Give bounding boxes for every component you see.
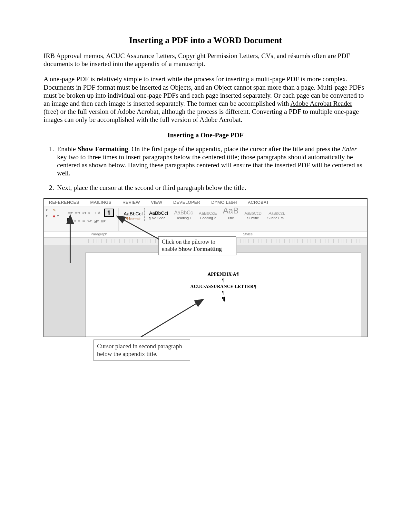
style-option[interactable]: AaBTitle: [221, 208, 240, 220]
numbering-icon[interactable]: ≕▾: [75, 211, 80, 215]
callout1-line2b: Show Formatting: [178, 246, 222, 252]
ribbon-tab[interactable]: REFERENCES: [49, 200, 79, 205]
align-center-icon[interactable]: ≡: [74, 219, 76, 223]
pilcrow-mark: ¶: [86, 278, 361, 284]
sort-icon[interactable]: A↓: [98, 211, 102, 215]
ribbon-tab[interactable]: DYMO Label: [211, 200, 237, 205]
callout1-line2a: enable: [162, 246, 178, 252]
paragraph-group-label: Paragraph: [60, 232, 138, 236]
style-option[interactable]: AaBbCcI¶ Normal: [122, 208, 145, 221]
step-1: Enable Show Formatting. On the first pag…: [56, 145, 367, 178]
bullets-icon[interactable]: ≔▾: [67, 211, 73, 215]
ribbon-tab[interactable]: VIEW: [151, 200, 162, 205]
appendix-subheading: ACUC·ASSURANCE·LETTER¶: [86, 284, 361, 290]
decrease-indent-icon[interactable]: ⇤: [88, 211, 91, 215]
align-right-icon[interactable]: ≡: [78, 219, 80, 223]
ribbon-tab[interactable]: ACROBAT: [248, 200, 269, 205]
ribbon-tabs: REFERENCESMAILINGSREVIEWVIEWDEVELOPERDYM…: [44, 199, 367, 206]
ribbon-tab[interactable]: MAILINGS: [90, 200, 112, 205]
subheading: Inserting a One-Page PDF: [44, 131, 367, 139]
ribbon-tab[interactable]: DEVELOPER: [173, 200, 201, 205]
pilcrow-mark: ¶: [86, 290, 361, 296]
ribbon: ▾✎ ▾A▾ ≔▾ ≕▾ ≡▾ ⇤ ⇥ A↓ ¶ ≡: [44, 206, 367, 232]
intro-para-1: IRB Approval memos, ACUC Assurance Lette…: [44, 52, 367, 68]
show-formatting-button[interactable]: ¶: [104, 209, 114, 217]
ribbon-tab[interactable]: REVIEW: [122, 200, 140, 205]
styles-group-label: Styles: [138, 232, 367, 236]
style-option[interactable]: AaBbCcI¶ No Spac...: [147, 208, 170, 220]
callout1-line1: Click on the pilcrow to: [162, 239, 215, 245]
justify-icon[interactable]: ≣: [82, 219, 85, 223]
page-title: Inserting a PDF into a WORD Document: [44, 35, 367, 45]
callout-cursor: Cursor placed in second paragraph below …: [93, 340, 190, 361]
borders-icon[interactable]: ⊞▾: [101, 219, 106, 223]
paragraph-group: ≔▾ ≕▾ ≡▾ ⇤ ⇥ A↓ ¶ ≡ ≡ ≡ ≣: [65, 208, 118, 231]
text-cursor: [224, 297, 225, 301]
step1-lead: Enable: [57, 145, 78, 153]
step1-rest: . On the first page of the appendix, pla…: [128, 145, 342, 153]
increase-indent-icon[interactable]: ⇥: [93, 211, 96, 215]
align-left-icon[interactable]: ≡: [69, 219, 71, 223]
callout-pilcrow: Click on the pilcrow to enable Show Form…: [158, 236, 236, 255]
shading-icon[interactable]: ◪▾: [94, 219, 99, 223]
intro-para-2: A one-page PDF is relatively simple to i…: [44, 75, 367, 124]
para2-post: (free) or the full version of Adobe Acro…: [44, 108, 359, 123]
step1-italic: Enter: [342, 145, 357, 153]
appendix-heading: APPENDIX·A¶: [86, 271, 361, 278]
step1-rest2: key two to three times to insert paragra…: [57, 153, 362, 177]
line-spacing-icon[interactable]: ⇅▾: [87, 219, 92, 223]
step1-bold: Show Formatting: [78, 145, 128, 153]
font-group: ▾✎ ▾A▾: [46, 208, 65, 231]
style-option[interactable]: AaBbCcLSubtle Em...: [266, 208, 288, 220]
style-option[interactable]: AaBbCcDSubtitle: [243, 208, 263, 220]
adobe-reader-link[interactable]: Adobe Acrobat Reader: [290, 100, 352, 107]
styles-gallery[interactable]: AaBbCcI¶ NormalAaBbCcI¶ No Spac...AaBbCc…: [119, 208, 365, 231]
style-option[interactable]: AaBbCcHeading 1: [172, 208, 195, 220]
multilevel-icon[interactable]: ≡▾: [82, 211, 86, 215]
step-2: Next, place the cursor at the second or …: [56, 184, 367, 192]
word-screenshot: REFERENCESMAILINGSREVIEWVIEWDEVELOPERDYM…: [44, 198, 367, 337]
style-option[interactable]: AaBbCcEHeading 2: [197, 208, 219, 220]
document-area[interactable]: APPENDIX·A¶ ¶ ACUC·ASSURANCE·LETTER¶ ¶ ¶: [44, 245, 367, 337]
document-page[interactable]: APPENDIX·A¶ ¶ ACUC·ASSURANCE·LETTER¶ ¶ ¶: [86, 253, 361, 337]
